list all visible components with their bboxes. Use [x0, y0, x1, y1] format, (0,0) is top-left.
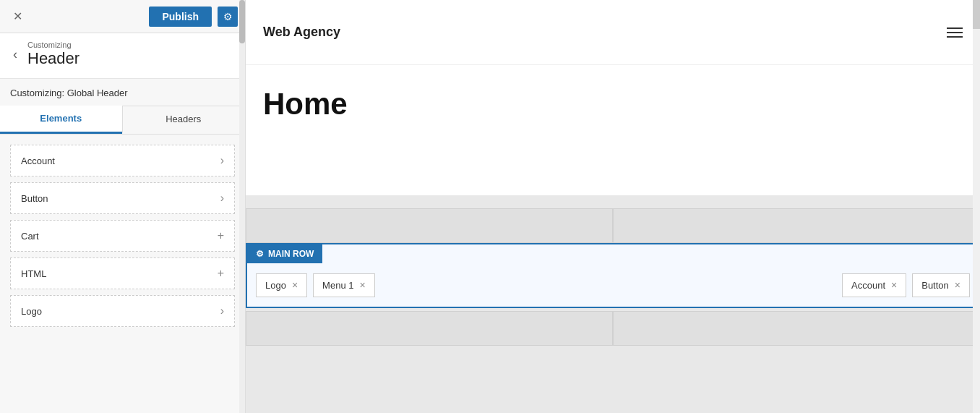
chips-right: Account × Button × [842, 273, 970, 297]
element-label-cart: Cart [21, 231, 39, 242]
chevron-right-icon: › [220, 154, 224, 167]
header-editor: ⚙ MAIN ROW Logo × Menu 1 × Account [246, 208, 980, 413]
chip-button-close[interactable]: × [955, 280, 960, 290]
plus-icon-html: + [218, 267, 224, 280]
top-bar: ✕ Publish ⚙ [0, 0, 245, 33]
placeholder-left [246, 208, 613, 243]
left-panel: ✕ Publish ⚙ ‹ Customizing Header Customi… [0, 0, 246, 413]
chip-menu1[interactable]: Menu 1 × [313, 273, 375, 297]
plus-icon-cart: + [218, 229, 224, 242]
hero-title: Home [263, 87, 348, 122]
list-item-button[interactable]: Button › [10, 182, 235, 214]
chip-button[interactable]: Button × [912, 273, 970, 297]
main-area: Web Agency Home ⚙ MAIN ROW Logo [246, 0, 980, 413]
header-title: Header [27, 49, 79, 68]
preview-header: Web Agency [246, 0, 980, 65]
main-row-header: ⚙ MAIN ROW [247, 244, 322, 263]
bottom-placeholder-right [613, 311, 980, 346]
customizing-label: Customizing [27, 41, 79, 49]
element-label-logo: Logo [21, 306, 42, 317]
bottom-placeholder-left [246, 311, 613, 346]
chevron-right-icon-button: › [220, 192, 224, 205]
list-item-html[interactable]: HTML + [10, 257, 235, 289]
preview-hero: Home [246, 65, 980, 195]
gear-button[interactable]: ⚙ [218, 7, 238, 27]
bottom-placeholder-row [246, 311, 980, 346]
hamburger-line-2 [947, 32, 963, 33]
element-label-html: HTML [21, 268, 46, 279]
list-item-logo[interactable]: Logo › [10, 295, 235, 327]
global-header-label: Customizing: Global Header [0, 79, 245, 98]
hamburger-line-1 [947, 27, 963, 29]
back-button[interactable]: ‹ [10, 44, 20, 65]
preview-logo: Web Agency [263, 25, 340, 40]
publish-button[interactable]: Publish [149, 7, 212, 27]
chip-button-label: Button [921, 280, 949, 291]
main-row-content: Logo × Menu 1 × Account × Button [247, 263, 979, 307]
left-scrollbar[interactable] [239, 0, 245, 413]
hamburger-line-3 [947, 36, 963, 38]
element-label-account: Account [21, 156, 55, 166]
gear-icon-main-row: ⚙ [256, 249, 264, 259]
elements-list: Account › Button › Cart + HTML + Logo › [0, 135, 245, 413]
chip-account-label: Account [851, 280, 885, 291]
preview-scrollbar-thumb [973, 0, 980, 29]
chip-logo-label: Logo [265, 280, 286, 291]
chip-menu1-close[interactable]: × [359, 280, 365, 290]
top-placeholder-row [246, 208, 980, 243]
main-row-label: MAIN ROW [268, 249, 314, 259]
main-row-container: ⚙ MAIN ROW Logo × Menu 1 × Account [246, 243, 980, 308]
placeholder-right [613, 208, 980, 243]
header-section: ‹ Customizing Header [0, 33, 245, 79]
chevron-right-icon-logo: › [220, 305, 224, 318]
chip-logo[interactable]: Logo × [256, 273, 307, 297]
close-button[interactable]: ✕ [7, 7, 27, 27]
preview-scrollbar[interactable] [973, 0, 980, 413]
chip-account[interactable]: Account × [842, 273, 906, 297]
left-scrollbar-thumb [239, 0, 245, 43]
gray-divider [246, 195, 980, 208]
tab-headers[interactable]: Headers [122, 106, 246, 134]
header-text-group: Customizing Header [27, 41, 79, 68]
element-label-button: Button [21, 193, 48, 204]
chip-account-close[interactable]: × [891, 280, 897, 290]
list-item-cart[interactable]: Cart + [10, 220, 235, 252]
tabs-row: Elements Headers [0, 106, 245, 135]
hamburger-icon[interactable] [947, 27, 963, 38]
chip-logo-close[interactable]: × [292, 280, 298, 290]
list-item-account[interactable]: Account › [10, 145, 235, 176]
tab-elements[interactable]: Elements [0, 106, 122, 134]
chip-menu1-label: Menu 1 [322, 280, 353, 291]
